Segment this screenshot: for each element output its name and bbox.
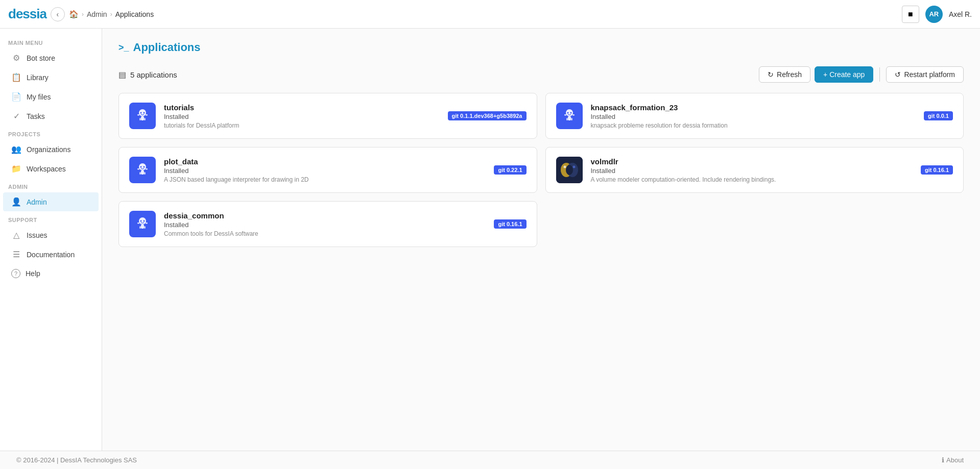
svg-point-35 xyxy=(144,220,145,222)
svg-point-12 xyxy=(567,112,568,114)
sidebar-item-admin[interactable]: 👤 Admin xyxy=(3,192,99,211)
svg-rect-10 xyxy=(566,118,568,120)
user-name: Axel R. xyxy=(949,10,972,18)
svg-rect-9 xyxy=(568,116,571,120)
restart-platform-button[interactable]: ↺ Restart platform xyxy=(886,66,964,83)
svg-point-5 xyxy=(144,112,145,114)
header-right: ■ AR Axel R. xyxy=(902,6,972,23)
create-app-button[interactable]: + Create app xyxy=(815,66,873,83)
app-card-tutorials[interactable]: tutorials Installed tutorials for DessIA… xyxy=(118,93,537,139)
create-app-label: + Create app xyxy=(823,70,865,79)
terminal-icon: >_ xyxy=(118,42,129,53)
dessia-common-name: dessia_common xyxy=(164,211,486,220)
sidebar-item-help[interactable]: ? Help xyxy=(3,264,99,283)
svg-rect-32 xyxy=(139,226,141,229)
plot-data-icon xyxy=(129,157,156,183)
sidebar-item-tasks[interactable]: ✓ Tasks xyxy=(3,107,99,126)
svg-point-27 xyxy=(566,165,573,175)
svg-point-29 xyxy=(572,166,575,168)
tutorials-icon xyxy=(129,103,156,129)
library-icon: 📋 xyxy=(11,72,21,82)
volmdlr-status: Installed xyxy=(591,167,913,175)
svg-rect-3 xyxy=(144,118,146,120)
tutorials-version: git 0.1.1.dev368+g5b3892a xyxy=(448,111,527,120)
svg-rect-36 xyxy=(137,223,139,224)
sidebar-item-workspaces[interactable]: 📁 Workspaces xyxy=(3,159,99,178)
sidebar-item-bot-store[interactable]: ⚙ Bot store xyxy=(3,48,99,67)
svg-rect-14 xyxy=(564,114,566,116)
plot-data-info: plot_data Installed A JSON based languag… xyxy=(164,157,486,183)
volmdlr-name: volmdlr xyxy=(591,157,913,166)
sidebar-item-documentation[interactable]: ☰ Documentation xyxy=(3,245,99,264)
knapsack-status: Installed xyxy=(591,113,916,120)
sidebar-item-issues[interactable]: △ Issues xyxy=(3,226,99,244)
svg-point-8 xyxy=(566,109,573,116)
home-icon[interactable]: 🏠 xyxy=(69,10,79,19)
organizations-icon: 👥 xyxy=(11,144,21,154)
sidebar-item-my-files[interactable]: 📄 My files xyxy=(3,87,99,106)
sidebar-label-documentation: Documentation xyxy=(27,251,75,259)
svg-rect-33 xyxy=(144,226,146,229)
top-header: dessia ‹ 🏠 › Admin › Applications ■ AR A… xyxy=(0,0,980,29)
page-title-row: >_ Applications xyxy=(118,41,964,54)
breadcrumb: 🏠 › Admin › Applications xyxy=(69,10,154,19)
app-card-volmdlr[interactable]: volmdlr Installed A volume modeler compu… xyxy=(545,147,964,193)
dessia-common-icon xyxy=(129,211,156,237)
volmdlr-icon xyxy=(556,157,583,183)
avatar[interactable]: AR xyxy=(925,6,943,23)
svg-point-4 xyxy=(140,112,142,114)
about-label: About xyxy=(946,456,964,464)
svg-point-21 xyxy=(144,166,145,168)
svg-point-28 xyxy=(563,166,566,168)
admin-icon: 👤 xyxy=(11,197,21,207)
plot-data-status: Installed xyxy=(164,167,486,175)
header-left: dessia ‹ 🏠 › Admin › Applications xyxy=(8,6,154,22)
toolbar: ▤ 5 applications ↻ Refresh + Create app … xyxy=(118,66,964,83)
app-count-icon: ▤ xyxy=(118,70,126,80)
bot-store-icon: ⚙ xyxy=(11,53,21,63)
svg-point-20 xyxy=(140,166,142,168)
about-button[interactable]: ℹ About xyxy=(942,456,964,464)
knapsack-name: knapsack_formation_23 xyxy=(591,103,916,112)
sidebar-item-organizations[interactable]: 👥 Organizations xyxy=(3,140,99,159)
app-card-dessia-common[interactable]: dessia_common Installed Common tools for… xyxy=(118,201,537,247)
plot-data-desc: A JSON based language interpreter for dr… xyxy=(164,176,486,183)
svg-rect-31 xyxy=(141,225,144,229)
breadcrumb-sep-2: › xyxy=(110,11,112,18)
svg-rect-2 xyxy=(139,118,141,120)
logo[interactable]: dessia xyxy=(8,6,46,22)
volmdlr-info: volmdlr Installed A volume modeler compu… xyxy=(591,157,913,183)
plot-data-version: git 0.22.1 xyxy=(494,165,526,175)
dessia-common-info: dessia_common Installed Common tools for… xyxy=(164,211,486,237)
support-label: Support xyxy=(0,212,102,225)
breadcrumb-admin[interactable]: Admin xyxy=(87,10,107,18)
dessia-common-version: git 0.16.1 xyxy=(494,219,526,229)
app-card-knapsack[interactable]: knapsack_formation_23 Installed knapsack… xyxy=(545,93,964,139)
sidebar-label-bot-store: Bot store xyxy=(27,54,55,62)
sidebar-label-tasks: Tasks xyxy=(27,112,45,120)
volmdlr-desc: A volume modeler computation-oriented. I… xyxy=(591,176,913,183)
footer: © 2016-2024 | DessIA Technologies SAS ℹ … xyxy=(0,451,980,469)
refresh-button[interactable]: ↻ Refresh xyxy=(759,66,810,83)
sidebar-item-library[interactable]: 📋 Library xyxy=(3,68,99,87)
tutorials-info: tutorials Installed tutorials for DessIA… xyxy=(164,103,440,129)
sidebar-label-organizations: Organizations xyxy=(27,145,70,154)
sidebar-label-my-files: My files xyxy=(27,93,51,101)
main-content: >_ Applications ▤ 5 applications ↻ Refre… xyxy=(102,29,980,451)
layout: Main menu ⚙ Bot store 📋 Library 📄 My fil… xyxy=(0,29,980,451)
back-button[interactable]: ‹ xyxy=(51,7,65,21)
svg-rect-11 xyxy=(571,118,572,120)
toolbar-buttons: ↻ Refresh + Create app ↺ Restart platfor… xyxy=(759,66,964,83)
footer-copyright: © 2016-2024 | DessIA Technologies SAS xyxy=(16,456,137,464)
sidebar-label-library: Library xyxy=(27,73,49,82)
plot-data-name: plot_data xyxy=(164,157,486,166)
help-icon: ? xyxy=(11,269,20,278)
notifications-button[interactable]: ■ xyxy=(902,6,919,23)
documentation-icon: ☰ xyxy=(11,250,21,259)
sidebar-label-admin: Admin xyxy=(27,198,47,206)
svg-rect-37 xyxy=(146,223,148,224)
restart-icon: ↺ xyxy=(895,70,901,79)
app-card-plot-data[interactable]: plot_data Installed A JSON based languag… xyxy=(118,147,537,193)
dessia-common-desc: Common tools for DessIA software xyxy=(164,230,486,237)
svg-point-0 xyxy=(139,109,146,116)
